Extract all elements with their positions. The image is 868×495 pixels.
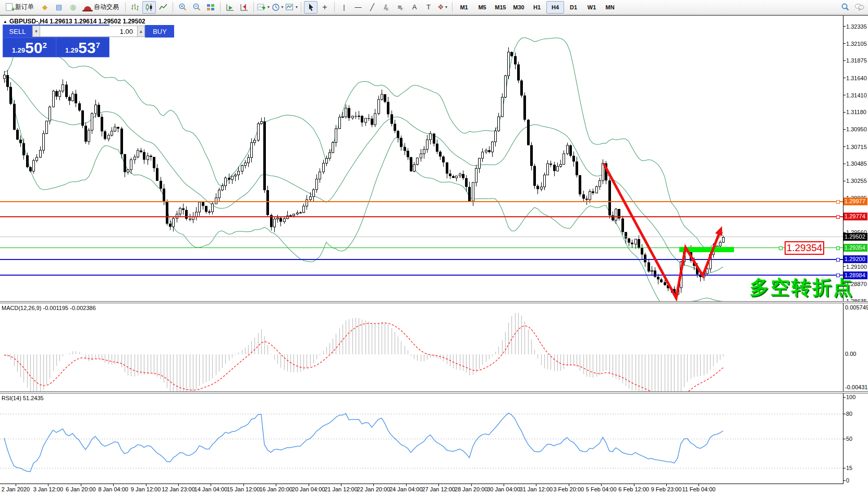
tf-m30-button[interactable]: M30 xyxy=(510,1,528,14)
tf-m15-button-glyph: M15 xyxy=(495,4,506,10)
community-icon[interactable]: ◎ xyxy=(66,1,80,14)
new-order-button[interactable]: +新订单 xyxy=(2,1,38,14)
bar-chart-icon[interactable] xyxy=(128,1,142,14)
tf-h1-button[interactable]: H1 xyxy=(528,1,546,14)
sell-price[interactable]: 1.29 50 2 xyxy=(3,38,56,57)
macd-canvas[interactable] xyxy=(0,303,843,391)
sell-button[interactable]: SELL xyxy=(3,25,32,38)
toolbar-separator xyxy=(334,2,335,13)
collapse-icon[interactable]: ▲ xyxy=(3,19,7,24)
one-click-trading-panel: SELL ▼ ▲ BUY 1.29 50 2 1.29 53 7 xyxy=(3,24,109,57)
terminal-icon-glyph: ▤ xyxy=(56,4,62,10)
support-line-green-endpoint[interactable] xyxy=(779,246,783,250)
volume-input[interactable] xyxy=(40,26,137,37)
diamond-icon[interactable]: ◆ xyxy=(38,1,52,14)
rsi-tick-label: 80 xyxy=(846,411,852,417)
tf-d1-button[interactable]: D1 xyxy=(565,1,582,14)
channel-icon[interactable]: ⫽E xyxy=(380,1,393,14)
zoom-in-icon[interactable] xyxy=(176,1,189,14)
tf-mn-button[interactable]: MN xyxy=(601,1,619,14)
tf-m1-button[interactable]: M1 xyxy=(455,1,473,14)
toolbar: +新订单◆▤◎自动交易▾▾▾+|—╱⫽E≡FAT✥▾M1M5M15M30H1H4… xyxy=(0,0,868,15)
support-line-green-label: 1.29354 xyxy=(843,244,867,252)
tile-windows-icon-glyph xyxy=(207,4,210,7)
rsi-tick xyxy=(843,439,846,439)
tile-windows-icon-glyph xyxy=(207,8,210,10)
line-chart-icon[interactable] xyxy=(156,1,170,14)
price-tick xyxy=(843,43,846,44)
time-tick-label: 5 Feb 04:00 xyxy=(586,486,617,492)
buy-price[interactable]: 1.29 53 7 xyxy=(56,38,109,57)
search-icon[interactable] xyxy=(838,1,852,14)
indicators-icon-glyph: ▾ xyxy=(267,5,270,9)
templates-icon[interactable]: ▾ xyxy=(285,1,298,14)
cursor-icon[interactable] xyxy=(304,1,317,14)
rsi-canvas[interactable] xyxy=(0,393,843,484)
tf-m5-button[interactable]: M5 xyxy=(473,1,491,14)
vertical-line-icon[interactable]: | xyxy=(337,1,351,14)
candlestick-chart-icon[interactable] xyxy=(142,1,156,14)
zoom-out-icon[interactable] xyxy=(190,1,203,14)
tf-m15-button[interactable]: M15 xyxy=(492,1,509,14)
tile-windows-icon-glyph xyxy=(206,3,215,11)
price-tick xyxy=(843,164,846,164)
time-axis-line xyxy=(0,484,843,484)
chart-shift-icon-glyph xyxy=(243,5,246,9)
buy-button[interactable]: BUY xyxy=(145,25,174,38)
diamond-icon-glyph: ◆ xyxy=(42,4,47,10)
search-icon-glyph xyxy=(846,8,848,10)
pane-separator-macd[interactable] xyxy=(0,301,868,303)
fibonacci-icon[interactable]: ≡F xyxy=(394,1,407,14)
macd-axis-max: 0.005749 xyxy=(845,304,868,311)
auto-scroll-icon[interactable] xyxy=(223,1,237,14)
tf-w1-button[interactable]: W1 xyxy=(583,1,601,14)
resistance-line-orange-label: 1.29977 xyxy=(843,197,867,205)
trendline-icon[interactable]: ╱ xyxy=(365,1,379,14)
turning-point-annotation[interactable]: 多空转折点 xyxy=(750,275,854,301)
pane-separator-rsi[interactable] xyxy=(0,391,868,393)
rsi-tick-label: 50 xyxy=(846,436,852,442)
time-tick-label: 9 Feb 23:00 xyxy=(651,486,682,492)
chart-shift-icon[interactable] xyxy=(237,1,251,14)
price-tick-label: 1.30950 xyxy=(846,126,867,132)
price-tick-label: 1.30485 xyxy=(846,160,867,167)
time-tick-label: 21 Jan 12:00 xyxy=(324,486,358,492)
resistance-line-orange-endpoint[interactable] xyxy=(836,200,840,204)
time-tick-label: 27 Jan 12:00 xyxy=(422,486,455,492)
text-icon[interactable]: A xyxy=(408,1,421,14)
horizontal-line-icon-glyph: — xyxy=(355,4,362,10)
volume-increase-button[interactable]: ▲ xyxy=(137,26,145,37)
auto-scroll-icon-glyph xyxy=(229,6,233,10)
label-icon[interactable]: T xyxy=(422,1,435,14)
macd-axis-zero: 0.00 xyxy=(845,351,856,357)
periods-icon[interactable]: ▾ xyxy=(271,1,284,14)
support-line-green-endpoint[interactable] xyxy=(836,246,840,250)
arrows-icon[interactable]: ✥▾ xyxy=(436,1,449,14)
annotation-canvas[interactable] xyxy=(0,16,843,301)
price-tick-label: 1.31875 xyxy=(846,57,867,64)
price-tick xyxy=(843,95,846,95)
chat-icon-glyph xyxy=(854,3,864,11)
price-tick xyxy=(843,78,846,78)
horizontal-line-icon[interactable]: — xyxy=(351,1,365,14)
rsi-tick xyxy=(843,414,846,414)
price-level-text-label[interactable]: 1.29354 xyxy=(785,241,824,255)
toolbar-separator xyxy=(173,2,173,13)
resistance-line-red-endpoint[interactable] xyxy=(836,215,840,219)
volume-decrease-button[interactable]: ▼ xyxy=(32,26,40,37)
tf-h4-button[interactable]: H4 xyxy=(546,1,564,14)
chart-area[interactable]: ▲GBPUSD-,H4 1.29613 1.29614 1.29502 1.29… xyxy=(0,15,868,495)
ohlc-values: 1.29613 1.29614 1.29502 1.29502 xyxy=(50,18,145,25)
indicators-icon[interactable]: ▾ xyxy=(256,1,270,14)
autotrading-button[interactable]: 自动交易 xyxy=(80,1,123,14)
tile-windows-icon[interactable] xyxy=(204,1,217,14)
toolbar-group-1 xyxy=(128,1,170,14)
time-tick-label: 3 Jan 12:00 xyxy=(33,486,64,492)
time-tick-label: 30 Jan 04:00 xyxy=(487,486,520,492)
support-line-blue-upper-endpoint[interactable] xyxy=(836,258,840,262)
time-tick-label: 28 Jan 20:00 xyxy=(455,486,488,492)
crosshair-icon[interactable]: + xyxy=(318,1,332,14)
chat-icon[interactable] xyxy=(852,1,866,14)
terminal-icon[interactable]: ▤ xyxy=(52,1,66,14)
price-tick-label: 1.31180 xyxy=(846,109,866,115)
